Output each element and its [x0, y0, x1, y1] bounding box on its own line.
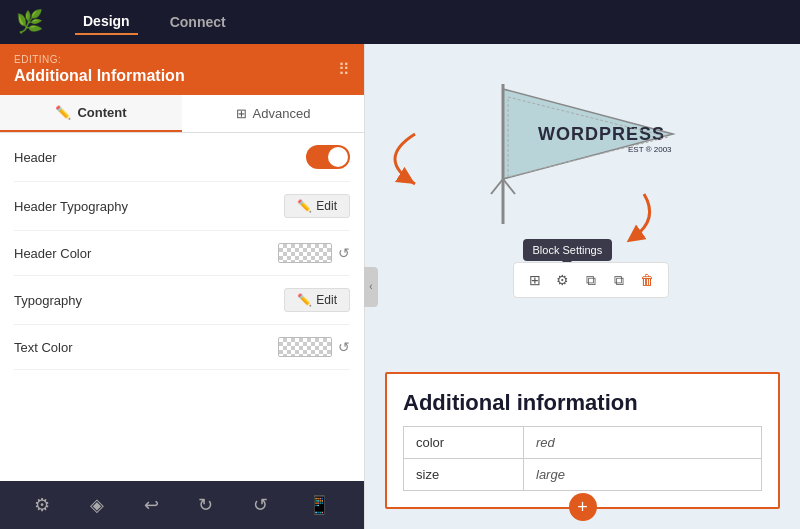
- typography-edit-label: Edit: [316, 293, 337, 307]
- header-color-reset-icon[interactable]: ↺: [338, 245, 350, 261]
- info-table-container: Additional information color red size la…: [385, 372, 780, 509]
- edit-label: Edit: [316, 199, 337, 213]
- collapse-handle[interactable]: ‹: [364, 267, 378, 307]
- tab-content[interactable]: ✏️ Content: [0, 95, 182, 132]
- logo-icon: 🌿: [16, 9, 43, 35]
- typography-row: Typography ✏️ Edit: [14, 276, 350, 325]
- footer-settings-icon[interactable]: ⚙: [34, 494, 50, 516]
- table-row: color red: [404, 427, 762, 459]
- content-tab-label: Content: [77, 105, 126, 120]
- header-color-swatch[interactable]: [278, 243, 332, 263]
- editing-header: EDITING: Additional Information ⠿: [0, 44, 364, 95]
- info-table-title: Additional information: [403, 390, 762, 416]
- toolbar-icon-delete[interactable]: 🗑: [634, 267, 660, 293]
- svg-text:EST ® 2003: EST ® 2003: [628, 145, 672, 154]
- text-color-swatch[interactable]: [278, 337, 332, 357]
- table-cell-value-2: large: [524, 459, 762, 491]
- toolbar-icon-copy[interactable]: ⧉: [606, 267, 632, 293]
- header-typography-edit-button[interactable]: ✏️ Edit: [284, 194, 350, 218]
- wordpress-pennant: WORDPRESS EST ® 2003: [473, 79, 693, 229]
- text-color-row: Text Color ↺: [14, 325, 350, 370]
- table-cell-key-1: color: [404, 427, 524, 459]
- tab-advanced[interactable]: ⊞ Advanced: [182, 95, 364, 132]
- table-cell-value-1: red: [524, 427, 762, 459]
- header-typography-row: Header Typography ✏️ Edit: [14, 182, 350, 231]
- table-row: size large: [404, 459, 762, 491]
- nav-tab-design[interactable]: Design: [75, 9, 138, 35]
- main-area: EDITING: Additional Information ⠿ ✏️ Con…: [0, 44, 800, 529]
- text-color-reset-icon[interactable]: ↺: [338, 339, 350, 355]
- svg-line-2: [491, 179, 503, 194]
- toolbar-icon-duplicate[interactable]: ⧉: [578, 267, 604, 293]
- footer-undo-icon[interactable]: ↩: [144, 494, 159, 516]
- svg-line-4: [503, 179, 515, 194]
- text-color-control: ↺: [278, 337, 350, 357]
- sidebar: EDITING: Additional Information ⠿ ✏️ Con…: [0, 44, 365, 529]
- footer-mobile-icon[interactable]: 📱: [308, 494, 330, 516]
- typography-label: Typography: [14, 293, 82, 308]
- content-tab-icon: ✏️: [55, 105, 71, 120]
- header-color-row: Header Color ↺: [14, 231, 350, 276]
- edit-icon: ✏️: [297, 199, 312, 213]
- header-color-control: ↺: [278, 243, 350, 263]
- nav-tab-connect[interactable]: Connect: [162, 10, 234, 34]
- header-typography-label: Header Typography: [14, 199, 128, 214]
- editing-title: Additional Information: [14, 67, 185, 84]
- header-row: Header: [14, 133, 350, 182]
- top-navigation: 🌿 Design Connect: [0, 0, 800, 44]
- text-color-label: Text Color: [14, 340, 73, 355]
- panel-tabs: ✏️ Content ⊞ Advanced: [0, 95, 364, 133]
- info-table: color red size large: [403, 426, 762, 491]
- footer-layers-icon[interactable]: ◈: [90, 494, 104, 516]
- header-label: Header: [14, 150, 57, 165]
- toolbar-icon-move[interactable]: ⊞: [522, 267, 548, 293]
- header-color-label: Header Color: [14, 246, 91, 261]
- block-settings-tooltip: Block Settings: [523, 239, 613, 261]
- table-cell-key-2: size: [404, 459, 524, 491]
- add-block-button[interactable]: +: [569, 493, 597, 521]
- right-content-area: WORDPRESS EST ® 2003 Block Settings ⊞ ⚙ …: [365, 44, 800, 529]
- typography-edit-icon: ✏️: [297, 293, 312, 307]
- panel-content: Header Header Typography ✏️ Edit Header …: [0, 133, 364, 481]
- header-toggle[interactable]: [306, 145, 350, 169]
- toolbar-icon-settings[interactable]: ⚙: [550, 267, 576, 293]
- editing-label: EDITING:: [14, 54, 185, 65]
- footer-refresh-icon[interactable]: ↺: [253, 494, 268, 516]
- sidebar-footer: ⚙ ◈ ↩ ↻ ↺ 📱: [0, 481, 364, 529]
- footer-redo-icon[interactable]: ↻: [198, 494, 213, 516]
- block-settings-label: Block Settings: [533, 244, 603, 256]
- grid-icon[interactable]: ⠿: [338, 60, 350, 79]
- svg-text:WORDPRESS: WORDPRESS: [538, 124, 665, 144]
- advanced-tab-label: Advanced: [253, 106, 311, 121]
- pennant-area: WORDPRESS EST ® 2003: [385, 64, 780, 244]
- typography-edit-button[interactable]: ✏️ Edit: [284, 288, 350, 312]
- advanced-tab-icon: ⊞: [236, 106, 247, 121]
- block-toolbar: ⊞ ⚙ ⧉ ⧉ 🗑: [513, 262, 669, 298]
